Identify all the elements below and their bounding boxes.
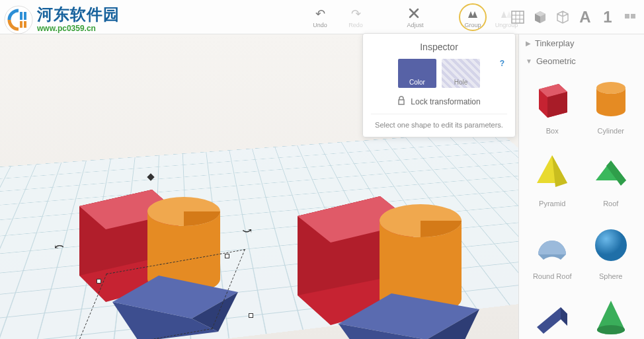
params-hint: Select one shape to edit its parameters. xyxy=(371,114,507,129)
watermark-logo-icon xyxy=(4,5,33,34)
shape-pyramid[interactable]: Pyramid xyxy=(524,145,581,217)
undo-button[interactable]: ↶ Undo xyxy=(304,1,336,33)
shape-box[interactable]: Box xyxy=(524,73,581,144)
shape-wedge[interactable]: Wedge xyxy=(524,291,581,339)
watermark: 河东软件园 www.pc0359.cn xyxy=(4,4,120,33)
redo-label: Redo xyxy=(348,22,363,28)
group-label: Group xyxy=(464,22,481,28)
adjust-icon xyxy=(409,7,422,21)
shape-label: Cylinder xyxy=(598,127,624,135)
svg-point-11 xyxy=(597,325,625,334)
svg-rect-0 xyxy=(512,11,524,23)
help-icon[interactable]: ? xyxy=(500,59,504,68)
category-label: Tinkerplay xyxy=(535,38,574,48)
resize-handle[interactable] xyxy=(249,313,253,318)
svg-rect-16 xyxy=(24,21,26,28)
svg-rect-6 xyxy=(631,14,635,19)
shape-label: Pyramid xyxy=(539,200,565,207)
pyramid-icon xyxy=(526,145,579,198)
redo-button[interactable]: ↷ Redo xyxy=(340,1,372,33)
redo-icon: ↷ xyxy=(351,7,361,21)
watermark-url: www.pc0359.cn xyxy=(37,24,120,33)
view-cube-solid-icon[interactable] xyxy=(532,9,549,26)
toolbar-right: A 1 xyxy=(509,0,639,34)
shapes-panel: 〉 ▶ Tinkerplay ▼ Geometric Box Cylinder … xyxy=(518,34,644,339)
rotate-handle-left[interactable]: ⤺ xyxy=(52,239,66,254)
resize-handle[interactable] xyxy=(97,279,101,283)
shape-sphere[interactable]: Sphere xyxy=(583,218,639,289)
toolbar-center: ↶ Undo ↷ Redo Adjust Group Ungroup xyxy=(304,0,522,34)
color-swatch[interactable]: Color xyxy=(398,59,436,88)
cone-icon xyxy=(584,291,637,339)
undo-icon: ↶ xyxy=(315,7,325,21)
wedge-icon xyxy=(526,291,579,339)
svg-rect-15 xyxy=(20,21,22,28)
svg-rect-5 xyxy=(625,14,629,19)
adjust-button[interactable]: Adjust xyxy=(399,1,431,33)
lock-transformation-toggle[interactable]: Lock transformation xyxy=(371,96,507,107)
group-icon xyxy=(466,7,479,21)
shape-group-selected[interactable]: ⤺ ⤻ ⤾ xyxy=(60,160,258,339)
more-icon[interactable] xyxy=(622,9,639,26)
svg-rect-13 xyxy=(20,12,22,20)
round-roof-icon xyxy=(526,218,579,271)
lock-icon xyxy=(397,96,405,107)
svg-rect-14 xyxy=(24,12,26,20)
roof-icon xyxy=(584,145,637,198)
category-tinkerplay[interactable]: ▶ Tinkerplay xyxy=(519,34,644,52)
shape-cone[interactable]: Cone xyxy=(583,291,639,339)
shape-label: Roof xyxy=(603,200,618,207)
text-tool-icon[interactable]: A xyxy=(577,9,594,26)
shape-label: Box xyxy=(546,127,559,135)
adjust-label: Adjust xyxy=(407,22,423,28)
group-button[interactable]: Group xyxy=(459,3,487,31)
svg-point-9 xyxy=(596,82,625,94)
category-geometric[interactable]: ▼ Geometric xyxy=(519,52,644,70)
shape-cylinder[interactable]: Cylinder xyxy=(583,73,639,144)
view-cube-wire-icon[interactable] xyxy=(554,9,571,26)
svg-point-10 xyxy=(595,229,627,261)
chevron-right-icon: ▶ xyxy=(526,40,531,47)
resize-handle[interactable] xyxy=(225,254,229,258)
shape-group[interactable] xyxy=(278,173,503,339)
number-tool-icon[interactable]: 1 xyxy=(599,9,616,26)
watermark-title: 河东软件园 xyxy=(37,4,120,25)
category-label: Geometric xyxy=(536,56,576,66)
shape-round-roof[interactable]: Round Roof xyxy=(524,218,581,289)
shape-label: Sphere xyxy=(599,272,622,280)
sphere-icon xyxy=(584,218,637,271)
undo-label: Undo xyxy=(313,22,327,28)
inspector-title: Inspector xyxy=(371,42,507,52)
panel-collapse-handle[interactable]: 〉 xyxy=(518,193,519,226)
inspector-panel: Inspector Color Hole ? Lock transformati… xyxy=(362,33,516,137)
box-icon xyxy=(526,73,579,126)
chevron-down-icon: ▼ xyxy=(526,57,532,65)
hole-swatch[interactable]: Hole xyxy=(442,59,480,88)
shapes-grid: Box Cylinder Pyramid Roof Round Roof xyxy=(519,70,644,339)
shape-label: Round Roof xyxy=(533,272,572,280)
workplane-icon[interactable] xyxy=(509,9,526,26)
lock-label: Lock transformation xyxy=(411,97,480,106)
cylinder-icon xyxy=(584,73,637,126)
shape-roof[interactable]: Roof xyxy=(583,145,639,217)
rotate-handle-right[interactable]: ⤻ xyxy=(239,223,254,238)
